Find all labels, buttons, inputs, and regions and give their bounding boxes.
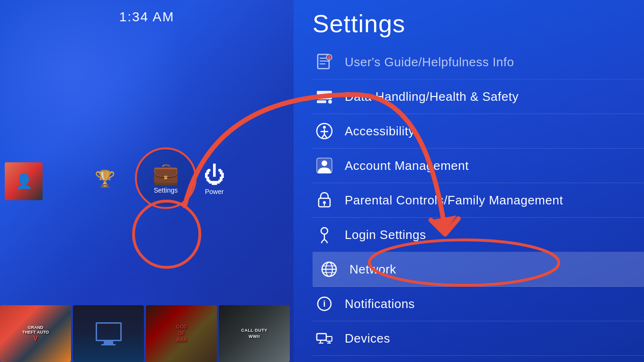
time-display: 1:34 AM	[119, 9, 175, 25]
menu-item-accessibility[interactable]: Accessibility	[313, 114, 644, 149]
svg-rect-30	[326, 336, 332, 341]
user-avatar-area: 👤	[5, 162, 43, 200]
game-thumbnails: GRANDTHEFT AUTOV GODOFWAR CALL·DUTYWWII	[0, 305, 294, 362]
devices-label: Devices	[345, 331, 390, 346]
svg-text:i: i	[323, 299, 325, 309]
gow-label: GODOFWAR	[176, 324, 187, 344]
monitor-display	[96, 322, 122, 345]
menu-item-network[interactable]: Network	[313, 252, 644, 287]
settings-menu-list: ! User's Guide/Helpfulness Info Data Han…	[313, 45, 644, 356]
menu-item-users-guide[interactable]: ! User's Guide/Helpfulness Info	[313, 45, 644, 79]
users-guide-icon: !	[313, 53, 336, 71]
game-thumb-gta[interactable]: GRANDTHEFT AUTOV	[0, 305, 71, 362]
svg-rect-7	[317, 96, 332, 99]
network-icon	[317, 260, 341, 279]
account-management-label: Account Management	[345, 159, 469, 173]
notifications-icon: i	[313, 294, 336, 313]
menu-item-parental-controls[interactable]: Parental Controls/Family Management	[313, 183, 644, 218]
login-settings-icon	[313, 225, 336, 244]
gta-label: GRANDTHEFT AUTOV	[22, 325, 49, 342]
settings-title: Settings	[313, 9, 644, 38]
svg-point-17	[322, 160, 327, 166]
svg-rect-8	[317, 100, 326, 103]
cod-label: CALL·DUTYWWII	[241, 327, 268, 339]
network-label: Network	[349, 262, 396, 277]
game-thumb-gow[interactable]: GODOFWAR	[146, 305, 217, 362]
game-thumb-cod[interactable]: CALL·DUTYWWII	[219, 305, 290, 362]
power-label: Power	[205, 187, 224, 195]
users-guide-label: User's Guide/Helpfulness Info	[345, 55, 514, 70]
left-panel: 1:34 AM 👤 🏆 💼 Settings ⏻ Power GRANDTHEF…	[0, 0, 294, 362]
settings-label: Settings	[154, 186, 178, 194]
data-handling-label: Data Handling/Health & Safety	[345, 89, 519, 104]
power-icon: ⏻	[204, 164, 225, 185]
data-handling-icon	[313, 87, 336, 106]
parental-controls-icon	[313, 191, 336, 210]
svg-line-15	[324, 134, 327, 138]
power-menu-item[interactable]: ⏻ Power	[204, 164, 225, 195]
account-management-icon	[313, 156, 336, 175]
svg-point-11	[323, 126, 326, 129]
user-avatar: 👤	[5, 162, 43, 200]
menu-item-devices[interactable]: Devices	[313, 321, 644, 356]
svg-point-19	[323, 201, 326, 204]
svg-rect-6	[317, 91, 332, 95]
game-thumb-monitor[interactable]	[73, 305, 144, 362]
accessibility-icon	[313, 122, 336, 141]
menu-item-account-management[interactable]: Account Management	[313, 149, 644, 183]
settings-circle-ring: 💼 Settings	[135, 147, 197, 209]
notifications-label: Notifications	[345, 297, 415, 311]
devices-icon	[313, 329, 336, 348]
svg-point-21	[321, 228, 328, 234]
svg-rect-29	[317, 334, 326, 340]
accessibility-label: Accessibility	[345, 124, 415, 139]
parental-controls-label: Parental Controls/Family Management	[345, 193, 563, 208]
login-settings-label: Login Settings	[345, 228, 426, 242]
menu-item-login-settings[interactable]: Login Settings	[313, 218, 644, 252]
svg-text:!: !	[329, 56, 330, 60]
settings-menu-item[interactable]: 💼 Settings	[135, 147, 197, 209]
svg-point-9	[328, 100, 332, 104]
menu-item-data-handling[interactable]: Data Handling/Health & Safety	[313, 79, 644, 114]
menu-item-notifications[interactable]: i Notifications	[313, 287, 644, 321]
right-panel: Settings ! User's Guide/Helpfulness Info	[294, 0, 644, 362]
briefcase-icon: 💼	[152, 162, 179, 184]
trophy-icon: 🏆	[95, 169, 116, 189]
